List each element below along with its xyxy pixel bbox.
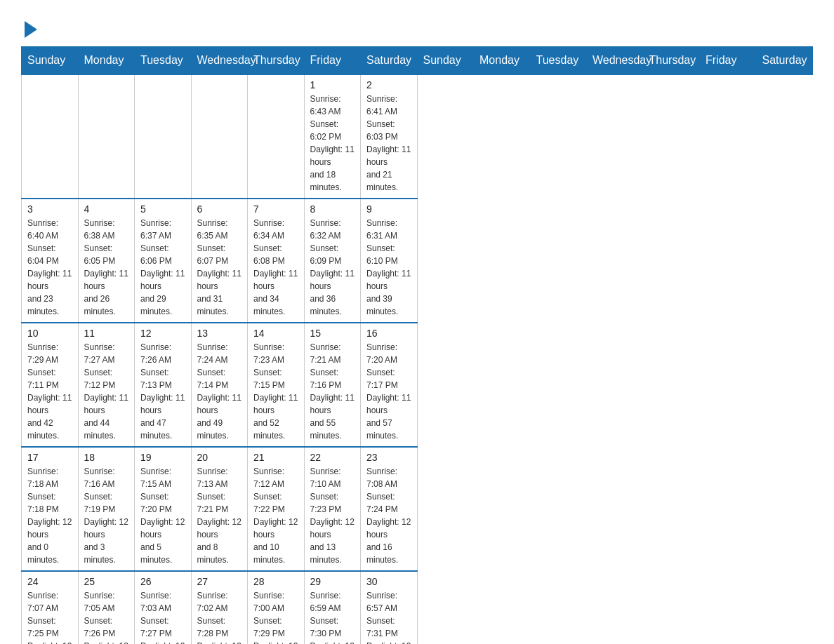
day-info: Sunrise: 6:59 AM Sunset: 7:30 PM Dayligh… [310,589,355,644]
day-info: Sunrise: 6:41 AM Sunset: 6:03 PM Dayligh… [366,93,411,194]
header-monday: Monday [474,47,531,75]
day-number: 1 [310,79,355,90]
day-info: Sunrise: 6:43 AM Sunset: 6:02 PM Dayligh… [310,93,355,194]
header-friday: Friday [700,47,757,75]
day-number: 3 [27,203,72,215]
calendar-cell: 6Sunrise: 6:35 AM Sunset: 6:07 PM Daylig… [191,199,248,323]
calendar-cell: 12Sunrise: 7:26 AM Sunset: 7:13 PM Dayli… [135,323,192,447]
calendar-cell: 28Sunrise: 7:00 AM Sunset: 7:29 PM Dayli… [248,571,305,644]
day-number: 4 [84,203,129,215]
calendar-cell: 15Sunrise: 7:21 AM Sunset: 7:16 PM Dayli… [304,323,361,447]
header-tuesday: Tuesday [530,47,587,75]
calendar-cell: 9Sunrise: 6:31 AM Sunset: 6:10 PM Daylig… [361,199,418,323]
day-number: 8 [310,203,355,215]
logo [21,21,37,35]
day-info: Sunrise: 6:37 AM Sunset: 6:06 PM Dayligh… [140,217,185,318]
day-info: Sunrise: 7:05 AM Sunset: 7:26 PM Dayligh… [84,589,129,644]
calendar-cell [78,74,135,199]
day-number: 7 [253,203,298,215]
calendar-cell: 16Sunrise: 7:20 AM Sunset: 7:17 PM Dayli… [361,323,418,447]
day-info: Sunrise: 7:27 AM Sunset: 7:12 PM Dayligh… [84,341,129,442]
calendar-cell: 29Sunrise: 6:59 AM Sunset: 7:30 PM Dayli… [304,571,361,644]
day-number: 18 [84,452,129,463]
calendar-cell: 27Sunrise: 7:02 AM Sunset: 7:28 PM Dayli… [191,571,248,644]
day-number: 13 [197,328,242,339]
day-info: Sunrise: 6:38 AM Sunset: 6:05 PM Dayligh… [84,217,129,318]
header-saturday: Saturday [756,47,813,75]
day-info: Sunrise: 7:12 AM Sunset: 7:22 PM Dayligh… [253,465,298,566]
day-info: Sunrise: 6:57 AM Sunset: 7:31 PM Dayligh… [366,589,411,644]
calendar-cell [135,74,192,199]
day-number: 2 [366,79,411,90]
day-number: 9 [366,203,411,215]
day-number: 17 [27,452,72,463]
day-number: 16 [366,328,411,339]
calendar-cell: 25Sunrise: 7:05 AM Sunset: 7:26 PM Dayli… [78,571,135,644]
calendar-cell: 30Sunrise: 6:57 AM Sunset: 7:31 PM Dayli… [361,571,418,644]
day-info: Sunrise: 7:24 AM Sunset: 7:14 PM Dayligh… [197,341,242,442]
calendar-cell: 23Sunrise: 7:08 AM Sunset: 7:24 PM Dayli… [361,447,418,571]
header-day-friday: Friday [304,47,361,75]
day-info: Sunrise: 7:21 AM Sunset: 7:16 PM Dayligh… [310,341,355,442]
day-info: Sunrise: 6:32 AM Sunset: 6:09 PM Dayligh… [310,217,355,318]
calendar-cell: 5Sunrise: 6:37 AM Sunset: 6:06 PM Daylig… [135,199,192,323]
calendar-cell: 20Sunrise: 7:13 AM Sunset: 7:21 PM Dayli… [191,447,248,571]
calendar-cell: 14Sunrise: 7:23 AM Sunset: 7:15 PM Dayli… [248,323,305,447]
day-info: Sunrise: 7:13 AM Sunset: 7:21 PM Dayligh… [197,465,242,566]
calendar-cell: 22Sunrise: 7:10 AM Sunset: 7:23 PM Dayli… [304,447,361,571]
header-day-tuesday: Tuesday [135,47,192,75]
day-number: 6 [197,203,242,215]
day-number: 30 [366,576,411,587]
calendar-cell: 13Sunrise: 7:24 AM Sunset: 7:14 PM Dayli… [191,323,248,447]
day-info: Sunrise: 7:03 AM Sunset: 7:27 PM Dayligh… [140,589,185,644]
day-info: Sunrise: 6:40 AM Sunset: 6:04 PM Dayligh… [27,217,72,318]
calendar-cell: 8Sunrise: 6:32 AM Sunset: 6:09 PM Daylig… [304,199,361,323]
day-info: Sunrise: 6:35 AM Sunset: 6:07 PM Dayligh… [197,217,242,318]
calendar-cell: 2Sunrise: 6:41 AM Sunset: 6:03 PM Daylig… [361,74,418,199]
day-info: Sunrise: 6:34 AM Sunset: 6:08 PM Dayligh… [253,217,298,318]
day-info: Sunrise: 6:31 AM Sunset: 6:10 PM Dayligh… [366,217,411,318]
calendar-week-row: 1Sunrise: 6:43 AM Sunset: 6:02 PM Daylig… [22,74,813,199]
day-info: Sunrise: 7:16 AM Sunset: 7:19 PM Dayligh… [84,465,129,566]
header-day-monday: Monday [78,47,135,75]
logo-triangle-icon [25,21,37,38]
day-info: Sunrise: 7:02 AM Sunset: 7:28 PM Dayligh… [197,589,242,644]
day-number: 29 [310,576,355,587]
day-number: 20 [197,452,242,463]
day-number: 21 [253,452,298,463]
day-info: Sunrise: 7:00 AM Sunset: 7:29 PM Dayligh… [253,589,298,644]
calendar-cell: 7Sunrise: 6:34 AM Sunset: 6:08 PM Daylig… [248,199,305,323]
day-number: 5 [140,203,185,215]
header-sunday: Sunday [417,47,474,75]
calendar-cell: 3Sunrise: 6:40 AM Sunset: 6:04 PM Daylig… [22,199,79,323]
day-info: Sunrise: 7:20 AM Sunset: 7:17 PM Dayligh… [366,341,411,442]
day-number: 24 [27,576,72,587]
day-number: 19 [140,452,185,463]
day-info: Sunrise: 7:29 AM Sunset: 7:11 PM Dayligh… [27,341,72,442]
calendar-cell: 24Sunrise: 7:07 AM Sunset: 7:25 PM Dayli… [22,571,79,644]
header-day-wednesday: Wednesday [191,47,248,75]
calendar-cell [248,74,305,199]
calendar-cell [191,74,248,199]
calendar-cell: 1Sunrise: 6:43 AM Sunset: 6:02 PM Daylig… [304,74,361,199]
day-number: 23 [366,452,411,463]
header-wednesday: Wednesday [587,47,644,75]
header-thursday: Thursday [643,47,700,75]
calendar-cell: 11Sunrise: 7:27 AM Sunset: 7:12 PM Dayli… [78,323,135,447]
day-number: 15 [310,328,355,339]
calendar-table: SundayMondayTuesdayWednesdayThursdayFrid… [21,46,813,644]
day-number: 27 [197,576,242,587]
header [21,14,813,35]
day-info: Sunrise: 7:08 AM Sunset: 7:24 PM Dayligh… [366,465,411,566]
calendar-cell: 19Sunrise: 7:15 AM Sunset: 7:20 PM Dayli… [135,447,192,571]
calendar-cell: 26Sunrise: 7:03 AM Sunset: 7:27 PM Dayli… [135,571,192,644]
day-info: Sunrise: 7:07 AM Sunset: 7:25 PM Dayligh… [27,589,72,644]
day-info: Sunrise: 7:18 AM Sunset: 7:18 PM Dayligh… [27,465,72,566]
day-number: 26 [140,576,185,587]
header-day-thursday: Thursday [248,47,305,75]
day-number: 11 [84,328,129,339]
day-number: 28 [253,576,298,587]
day-number: 22 [310,452,355,463]
day-number: 14 [253,328,298,339]
calendar-week-row: 10Sunrise: 7:29 AM Sunset: 7:11 PM Dayli… [22,323,813,447]
